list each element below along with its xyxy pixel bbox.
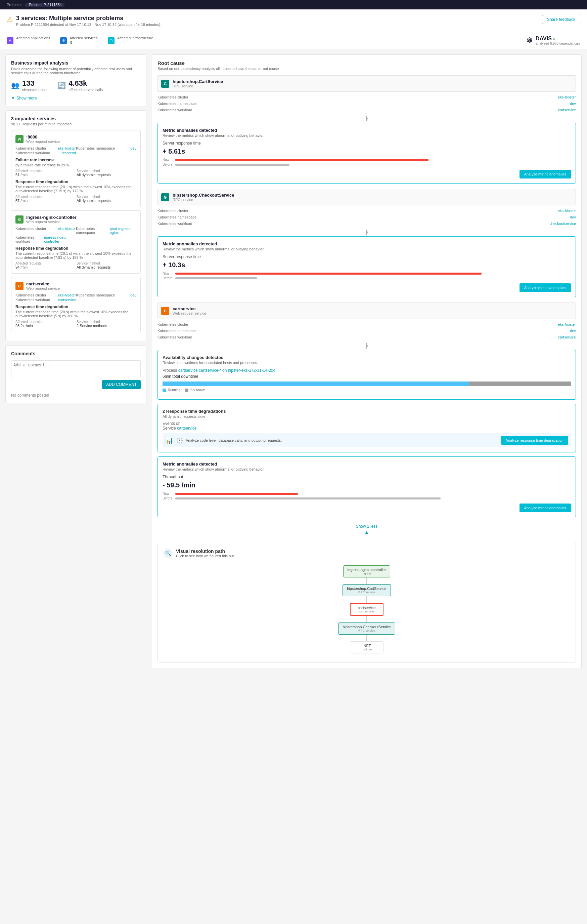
rc-service-name-cart[interactable]: hipstershop.CartService <box>173 79 223 84</box>
rc-cluster-checkout[interactable]: eks-hipster <box>558 209 576 213</box>
problem-title-group: 3 services: Multiple service problems Pr… <box>16 15 161 26</box>
root-cause-subtitle: Based on our dependency analysis all inc… <box>158 66 576 71</box>
rc-cluster-cart[interactable]: eks-hipster <box>558 95 576 99</box>
nav-problem-id[interactable]: Problem P-2111554 <box>26 3 64 7</box>
affected-infra-item: ◫ Affected infrastructure – <box>108 36 153 45</box>
rc-ns-cart[interactable]: dev <box>570 102 576 106</box>
vr-path-icon: 🔍 <box>163 549 173 558</box>
impacted-services-card: 3 impacted services 98.2+ Requests per m… <box>5 110 146 341</box>
alert-resp-time-8080: Response time degradation The current re… <box>15 180 136 203</box>
bar-before-3 <box>175 497 441 500</box>
k8s-cluster-value-8080[interactable]: eks-hipster <box>58 146 76 150</box>
calls-data: 4.63k affected service calls <box>69 79 103 92</box>
vr-node-cartservice-root[interactable]: cartservice cartservice <box>350 603 383 616</box>
k8s-wl-value-8080[interactable]: frontend <box>62 151 76 155</box>
metric-type-2: Server response time <box>163 254 571 259</box>
main-content: Business impact analysis Davis observed … <box>0 49 587 673</box>
vr-subtitle: Click to see how we figured this out. <box>176 554 235 558</box>
rc-service-icon-cart-web: C <box>161 307 169 315</box>
bar-now-label-2: Now <box>163 272 173 275</box>
alert-metrics-resp-cart: Affected requests 98.2+ /min Service met… <box>15 320 136 328</box>
alert-desc-resp-nginx: The current response time (20.1 s) withi… <box>15 251 136 259</box>
impacted-services-subtitle: 98.2+ Requests per minute impacted <box>11 122 141 126</box>
k8s-wl-row-cart: Kubernetes workload cartservice <box>15 298 76 302</box>
rc-ns-cart-web[interactable]: dev <box>570 329 576 333</box>
rc-service-info-cart-web: cartservice Web request service <box>173 306 206 315</box>
rc-service-header-cart-web: C cartservice Web request service <box>158 302 576 319</box>
service-item-8080: W :8080 Web request service Kubernetes c… <box>11 130 141 207</box>
rc-cluster-cart-web[interactable]: eks-hipster <box>558 322 576 327</box>
rc-service-type-cart-web: Web request service <box>173 311 206 315</box>
svc-method-cart: Service method 2 Service methods <box>77 320 136 328</box>
nav-problems[interactable]: Problems <box>4 3 25 7</box>
rc-wl-cart[interactable]: cartservice <box>558 108 576 112</box>
avail-bar-container: Running Shutdown <box>163 381 571 392</box>
events-label: Events on: <box>163 421 182 426</box>
avail-process: Process cartservice cartservice-* on hip… <box>163 368 571 373</box>
vr-node-cart-svc[interactable]: hipstershop.CartService RPC service <box>342 584 391 596</box>
clock-icon: 🕐 <box>176 437 183 444</box>
service-info-nginx: ingress-nginx-controller Web request ser… <box>26 215 77 224</box>
rc-ns-checkout[interactable]: dev <box>570 215 576 219</box>
rc-service-name-cart-web[interactable]: cartservice <box>173 306 206 311</box>
rc-wl-checkout[interactable]: checkoutservice <box>549 221 576 226</box>
resp-service-link[interactable]: cartservice <box>177 426 196 431</box>
impacted-services-title: 3 impacted services <box>11 116 141 121</box>
resp-analyze-text: Analyze code level, database calls, and … <box>186 438 498 442</box>
rc-wl-cart-web[interactable]: cartservice <box>558 335 576 339</box>
resp-analyze-area: 📊 🕐 Analyze code level, database calls, … <box>163 433 571 447</box>
alert-title-resp-cart: Response time degradation <box>15 305 136 309</box>
feedback-button[interactable]: Share feedback <box>542 15 580 24</box>
k8s-ns-value-8080[interactable]: dev <box>130 146 136 150</box>
affected-req-resp-8080: Affected requests 57 /min <box>15 195 75 203</box>
vr-node-ingress[interactable]: ingress-nginx-controller ingress <box>343 565 390 578</box>
service-name-cart[interactable]: cartservice <box>26 281 60 286</box>
process-name[interactable]: cartservice cartservice-* on hipster-eks… <box>178 368 275 373</box>
avail-sub: Review all downtimes for associated host… <box>163 361 571 365</box>
problem-subtitle: Problem P-2111554 detected at Nov 17 10:… <box>16 23 161 26</box>
comments-title: Comments <box>11 351 141 356</box>
service-type-cart: Web request service <box>26 286 60 290</box>
k8s-ns-row-8080: Kubernetes namespace dev <box>76 146 136 150</box>
calls-label: affected service calls <box>69 88 103 92</box>
vr-node-dotnet[interactable]: .NET runtime <box>350 641 383 653</box>
show-less-button[interactable]: Show 2 less <box>356 524 378 529</box>
rc-service-name-checkout[interactable]: hipstershop.CheckoutService <box>173 193 234 198</box>
vr-node-cart-svc-sub: RPC service <box>347 591 386 594</box>
service-icon-8080: W <box>15 135 23 143</box>
avail-downtime: 6min total downtime <box>163 374 571 379</box>
service-icon-cart: C <box>15 282 23 290</box>
right-panel: Root cause Based on our dependency analy… <box>152 54 582 668</box>
add-comment-button[interactable]: ADD COMMENT <box>102 380 141 389</box>
analyze-btn-2[interactable]: Analyze metric anomalies <box>520 283 571 292</box>
show-more-button[interactable]: ▼ Show more <box>11 96 141 101</box>
analyze-btn-1[interactable]: Analyze metric anomalies <box>520 170 571 178</box>
k8s-ns-row-nginx: Kubernetes namespace prod-ingress-nginx <box>76 226 136 234</box>
analyze-resp-degradation-btn[interactable]: Analyze response time degradation <box>501 436 568 445</box>
resp-title: 2 Response time degradations <box>163 409 571 414</box>
k8s-cluster-label-8080: Kubernetes cluster <box>15 146 46 150</box>
business-impact-title: Business impact analysis <box>11 60 141 66</box>
affected-services-item: ⚙ Affected services 3 <box>60 36 98 45</box>
root-cause-card: Root cause Based on our dependency analy… <box>152 54 582 668</box>
comment-input[interactable] <box>11 360 141 377</box>
affected-apps-item: A Affected applications – <box>7 36 50 45</box>
rc-service-icon-cart: G <box>161 80 169 88</box>
metric-box-cart-server-resp: Metric anomalies detected Review the met… <box>158 123 576 183</box>
connector-2 <box>158 229 576 235</box>
rc-k8s-checkout: Kubernetes cluster eks-hipster Kubernete… <box>158 208 576 226</box>
service-item-nginx: G ingress-nginx-controller Web request s… <box>11 210 141 274</box>
affected-req-cart: Affected requests 98.2+ /min <box>15 320 75 328</box>
bar-running <box>163 381 469 386</box>
metric-value-1: + 5.61s <box>163 148 571 155</box>
vr-node-checkout-svc[interactable]: hipstershop.CheckoutService RPC service <box>338 622 395 635</box>
rc-k8s-cart: Kubernetes cluster eks-hipster Kubernete… <box>158 94 576 112</box>
rc-service-type-checkout: RPC service <box>173 198 234 202</box>
service-name-nginx[interactable]: ingress-nginx-controller <box>26 215 77 220</box>
svc-method-failure: Service method All dynamic requests <box>77 169 136 177</box>
analyze-btn-3[interactable]: Analyze metric anomalies <box>520 503 571 512</box>
service-name-8080[interactable]: :8080 <box>26 134 60 140</box>
show-more-label: Show more <box>16 96 37 101</box>
rc-k8s-ns-checkout: Kubernetes namespace dev <box>158 214 576 220</box>
running-label: Running <box>168 388 180 392</box>
